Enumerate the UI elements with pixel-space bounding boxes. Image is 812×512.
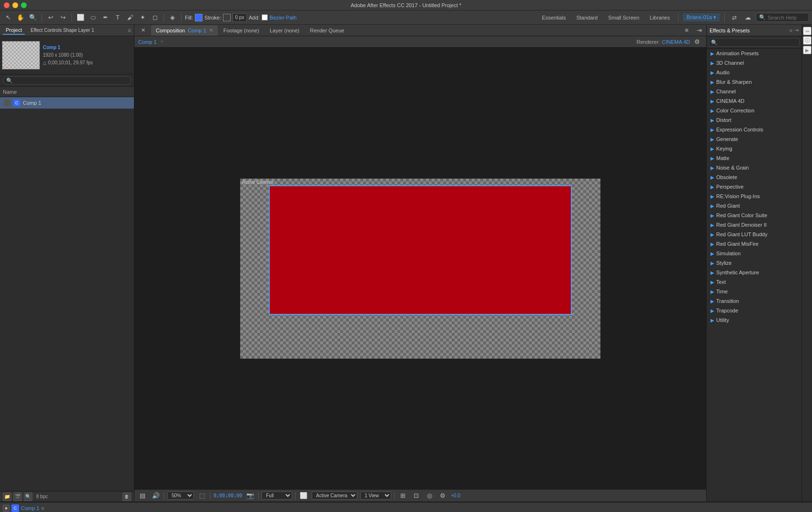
3d-gizmos-btn[interactable]: ◎: [424, 491, 435, 501]
tab-comp-close[interactable]: ✕: [209, 28, 213, 33]
project-search-input[interactable]: [3, 76, 131, 85]
effect-item-generate[interactable]: ▶Generate: [707, 134, 802, 144]
text-tool[interactable]: T: [112, 12, 123, 23]
effect-item-keying[interactable]: ▶Keying: [707, 144, 802, 153]
effect-item-expression-controls[interactable]: ▶Expression Controls: [707, 125, 802, 134]
effect-item-cinema-4d[interactable]: ▶CINEMA 4D: [707, 96, 802, 106]
effect-item-text[interactable]: ▶Text: [707, 277, 802, 287]
hand-tool[interactable]: ✋: [15, 12, 26, 23]
bezier-path-label[interactable]: Bezier Path: [270, 15, 297, 20]
pen-tool[interactable]: ✒: [100, 12, 111, 23]
effects-search-input[interactable]: [709, 38, 800, 47]
panel-close-icon[interactable]: ≡: [128, 27, 131, 34]
tab-effect-controls[interactable]: Effect Controls Shape Layer 1: [28, 27, 97, 34]
effects-expand-icon[interactable]: ⇥: [794, 27, 799, 33]
effect-item-red-giant-misfire[interactable]: ▶Red Giant MisFire: [707, 239, 802, 249]
close-button[interactable]: [4, 2, 10, 8]
effect-item-red-giant-lut-buddy[interactable]: ▶Red Giant LUT Buddy: [707, 230, 802, 239]
ellipse-tool[interactable]: ⬭: [88, 12, 98, 23]
effect-item-transition[interactable]: ▶Transition: [707, 296, 802, 306]
effect-item-stylize[interactable]: ▶Stylize: [707, 258, 802, 268]
effect-item-color-correction[interactable]: ▶Color Correction: [707, 106, 802, 115]
effect-item-noise-&-grain[interactable]: ▶Noise & Grain: [707, 163, 802, 172]
tab-footage[interactable]: Footage (none): [219, 25, 264, 36]
effect-item-perspective[interactable]: ▶Perspective: [707, 182, 802, 191]
comp-options-btn[interactable]: ⚙: [437, 491, 448, 501]
info-icon[interactable]: ⓘ: [803, 36, 812, 45]
standard-btn[interactable]: Standard: [572, 14, 601, 21]
effect-item-time[interactable]: ▶Time: [707, 287, 802, 296]
tl-solo-btn[interactable]: ■: [3, 505, 10, 512]
zoom-tool[interactable]: 🔍: [28, 12, 38, 23]
effect-item-audio[interactable]: ▶Audio: [707, 68, 802, 77]
project-item-comp1[interactable]: C Comp 1: [0, 97, 134, 109]
view-dropdown[interactable]: 1 View 2 Views: [360, 492, 391, 500]
minimize-button[interactable]: [12, 2, 18, 8]
tl-comp-menu[interactable]: ≡: [41, 505, 44, 511]
puppet-tool[interactable]: ◈: [167, 12, 178, 23]
new-comp-btn[interactable]: 🎬: [13, 492, 22, 501]
tab-composition[interactable]: Composition Comp 1 ✕: [151, 25, 218, 36]
effect-item-red-giant-denoiser-ii[interactable]: ▶Red Giant Denoiser II: [707, 220, 802, 230]
eraser-tool[interactable]: ◻: [150, 12, 160, 23]
brush-tool[interactable]: 🖌: [125, 12, 135, 23]
new-folder-btn[interactable]: 📁: [3, 492, 11, 501]
essentials-btn[interactable]: Essentials: [538, 14, 569, 21]
effect-item-obsolete[interactable]: ▶Obsolete: [707, 172, 802, 182]
tl-comp-name[interactable]: Comp 1: [21, 505, 40, 511]
select-tool[interactable]: ↖: [3, 12, 13, 23]
maximize-button[interactable]: [21, 2, 27, 8]
effect-item-distort[interactable]: ▶Distort: [707, 115, 802, 125]
comp-audio-btn[interactable]: 🔊: [151, 491, 161, 501]
effect-item-3d-channel[interactable]: ▶3D Channel: [707, 58, 802, 68]
user-profile-btn[interactable]: Brians-01a ▾: [683, 13, 720, 21]
quality-dropdown[interactable]: Full Half Quarter: [262, 492, 292, 500]
renderer-value[interactable]: CINEMA 4D: [662, 39, 690, 45]
zoom-control[interactable]: 50% 100% 25%: [167, 492, 194, 500]
fit-comp-btn[interactable]: ⬚: [197, 491, 207, 501]
effect-item-synthetic-aperture[interactable]: ▶Synthetic Aperture: [707, 268, 802, 277]
comp-name-breadcrumb[interactable]: Comp 1: [138, 39, 157, 45]
effects-menu-icon[interactable]: ≡: [790, 28, 792, 33]
timecode-display[interactable]: 0;00;00;00: [213, 493, 242, 498]
search-input[interactable]: [768, 15, 806, 20]
redo-btn[interactable]: ↪: [58, 12, 68, 23]
delete-btn[interactable]: 🗑: [122, 492, 131, 501]
tab-render-queue[interactable]: Render Queue: [305, 25, 349, 36]
stroke-color-swatch[interactable]: [223, 14, 231, 21]
effect-item-animation-presets[interactable]: ▶Animation Presets: [707, 49, 802, 58]
effect-item-blur-&-sharpen[interactable]: ▶Blur & Sharpen: [707, 77, 802, 87]
effect-item-utility[interactable]: ▶Utility: [707, 315, 802, 325]
zoom-dropdown[interactable]: 50% 100% 25%: [167, 492, 194, 500]
undo-btn[interactable]: ↩: [45, 12, 56, 23]
grid-btn[interactable]: ⊞: [397, 491, 408, 501]
tab-project[interactable]: Project: [3, 26, 25, 35]
effect-item-matte[interactable]: ▶Matte: [707, 153, 802, 163]
align-icon[interactable]: ⇔: [803, 27, 812, 35]
tl-comp-icon[interactable]: C: [11, 504, 19, 512]
effect-item-re:vision-plug-ins[interactable]: ▶RE:Vision Plug-Ins: [707, 191, 802, 201]
panel-menu-btn[interactable]: ≡: [681, 25, 692, 36]
rect-tool[interactable]: ⬜: [75, 12, 86, 23]
effect-item-trapcode[interactable]: ▶Trapcode: [707, 306, 802, 315]
panel-expand-btn[interactable]: ⇥: [694, 25, 704, 36]
tab-layer[interactable]: Layer (none): [265, 25, 304, 36]
effect-item-channel[interactable]: ▶Channel: [707, 87, 802, 96]
safe-zones-btn[interactable]: ⊡: [411, 491, 421, 501]
tab-close-comp[interactable]: ✕: [136, 25, 150, 36]
stamp-tool[interactable]: ✦: [137, 12, 148, 23]
preview-icon[interactable]: ▶: [803, 46, 812, 54]
small-screen-btn[interactable]: Small Screen: [604, 14, 643, 21]
sync-btn[interactable]: ⇄: [729, 12, 740, 23]
libraries-btn[interactable]: Libraries: [646, 14, 674, 21]
snapshot-btn[interactable]: 📷: [245, 491, 255, 501]
renderer-settings-btn[interactable]: ⚙: [692, 37, 702, 47]
comp-preview-btns[interactable]: ▤: [137, 491, 148, 501]
cloud-btn[interactable]: ☁: [742, 12, 753, 23]
fill-color-swatch[interactable]: [195, 14, 203, 21]
find-btn[interactable]: 🔍: [24, 492, 32, 501]
effect-item-red-giant-color-suite[interactable]: ▶Red Giant Color Suite: [707, 211, 802, 220]
effect-item-red-giant[interactable]: ▶Red Giant: [707, 201, 802, 211]
camera-dropdown[interactable]: Active Camera: [312, 492, 357, 500]
add-checkbox[interactable]: [262, 14, 268, 20]
